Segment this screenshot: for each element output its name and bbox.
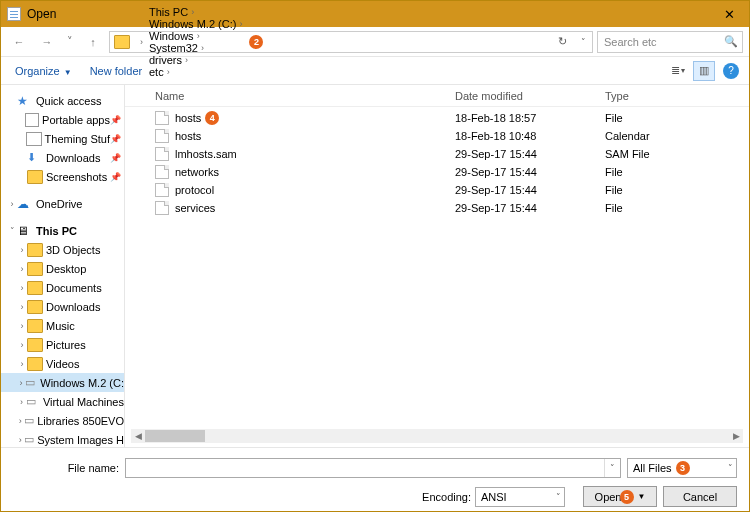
- annotation-badge-2: 2: [249, 35, 263, 49]
- scroll-left[interactable]: ◀: [131, 431, 145, 441]
- folder-icon: [27, 300, 43, 314]
- drive-icon: [24, 433, 35, 447]
- view-options[interactable]: ≣▾: [667, 61, 689, 81]
- drive-icon: [25, 376, 37, 390]
- pinned-item[interactable]: Screenshots📌: [1, 167, 124, 186]
- onedrive-node[interactable]: ›OneDrive: [1, 194, 124, 213]
- address-drop[interactable]: ˅: [576, 37, 590, 47]
- forward-button[interactable]: →: [35, 31, 59, 53]
- file-icon: [155, 147, 169, 161]
- encoding-select[interactable]: ANSI˅: [475, 487, 565, 507]
- folder-icon: [27, 338, 43, 352]
- folder-icon: [114, 35, 130, 49]
- pc-folder[interactable]: ›Pictures: [1, 335, 124, 354]
- file-row[interactable]: services29-Sep-17 15:44File: [125, 199, 749, 217]
- close-button[interactable]: ✕: [709, 1, 749, 27]
- quick-access[interactable]: Quick access: [1, 91, 124, 110]
- drive-item[interactable]: ›System Images H: [1, 430, 124, 447]
- column-headers[interactable]: Name Date modified Type: [125, 85, 749, 107]
- dl-icon: [27, 151, 43, 165]
- file-row[interactable]: hosts18-Feb-18 10:48Calendar: [125, 127, 749, 145]
- file-icon: [155, 129, 169, 143]
- file-row[interactable]: networks29-Sep-17 15:44File: [125, 163, 749, 181]
- pc-folder[interactable]: ›Documents: [1, 278, 124, 297]
- col-date[interactable]: Date modified: [455, 90, 605, 102]
- file-row[interactable]: lmhosts.sam29-Sep-17 15:44SAM File: [125, 145, 749, 163]
- window-icon: [7, 7, 21, 21]
- file-type-filter[interactable]: All Files 3 ˅: [627, 458, 737, 478]
- up-button[interactable]: ↑: [81, 31, 105, 53]
- file-icon: [155, 165, 169, 179]
- folder-icon: [27, 262, 43, 276]
- pinned-item[interactable]: Downloads📌: [1, 148, 124, 167]
- file-row[interactable]: hosts418-Feb-18 18:57File: [125, 109, 749, 127]
- filename-input[interactable]: ˅: [125, 458, 621, 478]
- bottom-panel: File name: ˅ All Files 3 ˅ Encoding: ANS…: [1, 447, 749, 512]
- crumb[interactable]: etc›: [146, 66, 245, 78]
- crumb[interactable]: Windows M.2 (C:)›: [146, 18, 245, 30]
- file-icon: [155, 201, 169, 215]
- folder-icon: [27, 319, 43, 333]
- scroll-right[interactable]: ▶: [729, 431, 743, 441]
- drive-icon: [26, 395, 40, 409]
- pc-folder[interactable]: ›Videos: [1, 354, 124, 373]
- file-icon: [155, 111, 169, 125]
- file-row[interactable]: protocol29-Sep-17 15:44File: [125, 181, 749, 199]
- this-pc-node[interactable]: ˅This PC: [1, 221, 124, 240]
- cancel-button[interactable]: Cancel: [663, 486, 737, 507]
- folder-icon: [27, 281, 43, 295]
- col-name[interactable]: Name: [155, 90, 455, 102]
- preview-pane-toggle[interactable]: ▥: [693, 61, 715, 81]
- crumb[interactable]: System32›: [146, 42, 245, 54]
- star-icon: [17, 94, 33, 108]
- filename-label: File name:: [13, 462, 125, 474]
- new-folder-button[interactable]: New folder: [90, 65, 143, 77]
- pinned-item[interactable]: Portable apps📌: [1, 110, 124, 129]
- drive-item[interactable]: ›Windows M.2 (C:: [1, 373, 124, 392]
- file-list-area: Name Date modified Type hosts418-Feb-18 …: [125, 85, 749, 447]
- annotation-badge-4: 4: [205, 111, 219, 125]
- folder-icon: [27, 170, 43, 184]
- search-placeholder: Search etc: [604, 36, 657, 48]
- annotation-badge-5: 5: [620, 490, 634, 504]
- generic-icon: [25, 113, 39, 127]
- filename-drop[interactable]: ˅: [604, 459, 620, 477]
- crumb[interactable]: Windows›: [146, 30, 245, 42]
- pc-icon: [17, 224, 33, 238]
- generic-icon: [26, 132, 41, 146]
- open-button[interactable]: Open 5 ▼: [583, 486, 657, 507]
- folder-icon: [27, 243, 43, 257]
- pc-folder[interactable]: ›Downloads: [1, 297, 124, 316]
- refresh-button[interactable]: ↻: [552, 35, 572, 48]
- pc-folder[interactable]: ›Desktop: [1, 259, 124, 278]
- toolbar: Organize ▼ New folder ≣▾ ▥ ?: [1, 57, 749, 85]
- back-button[interactable]: ←: [7, 31, 31, 53]
- history-drop[interactable]: ˅: [63, 31, 77, 53]
- crumb[interactable]: ›: [134, 32, 146, 52]
- pc-folder[interactable]: ›3D Objects: [1, 240, 124, 259]
- folder-icon: [27, 357, 43, 371]
- search-input[interactable]: Search etc 🔍: [597, 31, 743, 53]
- annotation-badge-3: 3: [676, 461, 690, 475]
- nav-row: ← → ˅ ↑ › This PC›Windows M.2 (C:)›Windo…: [1, 27, 749, 57]
- window-title: Open: [27, 7, 709, 21]
- horizontal-scrollbar[interactable]: ◀ ▶: [131, 429, 743, 443]
- organize-menu[interactable]: Organize ▼: [11, 63, 76, 79]
- crumb[interactable]: drivers›: [146, 54, 245, 66]
- pinned-item[interactable]: Theming Stuf📌: [1, 129, 124, 148]
- drive-item[interactable]: ›Virtual Machines: [1, 392, 124, 411]
- nav-pane: Quick access Portable apps📌Theming Stuf📌…: [1, 85, 125, 447]
- cloud-icon: [17, 197, 33, 211]
- titlebar: Open ✕: [1, 1, 749, 27]
- search-icon: 🔍: [724, 35, 738, 48]
- pc-folder[interactable]: ›Music: [1, 316, 124, 335]
- file-icon: [155, 183, 169, 197]
- help-button[interactable]: ?: [723, 63, 739, 79]
- col-type[interactable]: Type: [605, 90, 749, 102]
- encoding-label: Encoding:: [422, 491, 471, 503]
- scroll-thumb[interactable]: [145, 430, 205, 442]
- drive-item[interactable]: ›Libraries 850EVO: [1, 411, 124, 430]
- crumb[interactable]: This PC›: [146, 6, 245, 18]
- address-bar[interactable]: › This PC›Windows M.2 (C:)›Windows›Syste…: [109, 31, 593, 53]
- drive-icon: [24, 414, 35, 428]
